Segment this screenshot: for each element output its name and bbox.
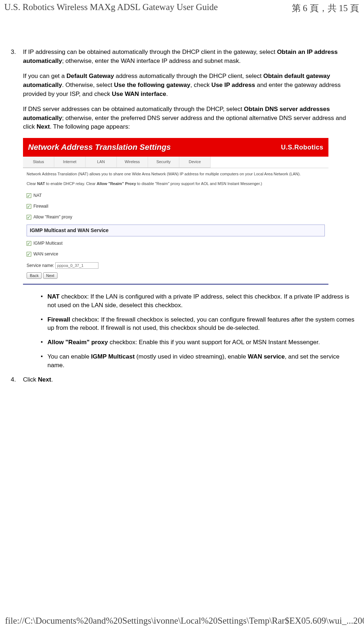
doc-title: U.S. Robotics Wireless MAXg ADSL Gateway… bbox=[4, 2, 218, 14]
checkbox-nat-label: NAT bbox=[33, 193, 42, 198]
bullet-firewall: Firewall checkbox: If the firewall check… bbox=[41, 315, 355, 333]
brand-label: U.S.Robotics bbox=[281, 143, 323, 152]
bullet-igmp-wan: You can enable IGMP Multicast (mostly us… bbox=[41, 352, 355, 370]
bold: NAT bbox=[47, 293, 60, 300]
checkbox-firewall-label: Firewall bbox=[33, 204, 48, 209]
bold: Default Gateway bbox=[66, 73, 114, 79]
service-name-label: Service name: bbox=[27, 263, 54, 268]
checkbox-igmp[interactable] bbox=[27, 241, 31, 246]
bold: Use the following gateway bbox=[114, 82, 190, 88]
nat-settings-screenshot: Network Address Translation Settings U.S… bbox=[23, 138, 328, 285]
text: . bbox=[51, 376, 53, 383]
tab-security[interactable]: Security bbox=[148, 157, 179, 168]
igmp-section-header: IGMP Multicast and WAN Service bbox=[27, 225, 325, 236]
tab-device[interactable]: Device bbox=[179, 157, 211, 168]
checkbox-igmp-label: IGMP Multicast bbox=[33, 241, 63, 246]
service-name-input[interactable] bbox=[55, 262, 98, 269]
tab-lan[interactable]: LAN bbox=[86, 157, 117, 168]
checkbox-reaim[interactable] bbox=[27, 215, 31, 220]
text: If you can get a bbox=[23, 73, 66, 79]
tab-status[interactable]: Status bbox=[23, 157, 54, 168]
bullet-reaim: Allow "Reaim" proxy checkbox: Enable thi… bbox=[41, 338, 355, 347]
next-button[interactable]: Next bbox=[43, 272, 58, 279]
checkbox-wan[interactable] bbox=[27, 252, 31, 257]
text: . bbox=[166, 91, 168, 97]
text: . The following page appears: bbox=[50, 123, 130, 130]
nat-title: Network Address Translation Settings bbox=[28, 142, 171, 153]
bold: WAN service bbox=[248, 353, 285, 360]
bold: Use WAN interface bbox=[112, 91, 166, 97]
text: You can enable bbox=[47, 353, 91, 360]
nat-desc-2: Clear NAT to enable DHCP relay. Clear Al… bbox=[27, 181, 325, 187]
bold: NAT bbox=[37, 181, 45, 186]
bold: Next bbox=[38, 376, 51, 383]
tab-internet[interactable]: Internet bbox=[54, 157, 86, 168]
text: to disable "Reaim" proxy support for AOL… bbox=[136, 181, 262, 186]
bullet-nat: NAT checkbox: If the LAN is configured w… bbox=[41, 292, 355, 310]
checkbox-firewall[interactable] bbox=[27, 204, 31, 209]
step-4: 4. Click Next. bbox=[23, 375, 355, 384]
page-indicator: 第 6 頁，共 15 頁 bbox=[292, 2, 359, 14]
tab-wireless[interactable]: Wireless bbox=[117, 157, 148, 168]
checkbox-reaim-label: Allow "Reaim" proxy bbox=[33, 214, 72, 220]
footer-path: file://C:\Documents%20and%20Settings\ivo… bbox=[5, 616, 353, 626]
text: checkbox: If the LAN is configured with … bbox=[47, 293, 349, 309]
nav-tabs: Status Internet LAN Wireless Security De… bbox=[23, 157, 328, 168]
text: If DNS server addresses can be obtained … bbox=[23, 106, 244, 112]
bold: Firewall bbox=[47, 316, 70, 323]
bold: Use IP address bbox=[211, 82, 255, 88]
text: address automatically through the DHCP c… bbox=[114, 73, 263, 79]
text: ; otherwise, enter the WAN interface IP … bbox=[62, 57, 241, 64]
step-num-4: 4. bbox=[11, 375, 16, 384]
step-3: 3. If IP addressing can be obtained auto… bbox=[23, 48, 355, 370]
checkbox-nat[interactable] bbox=[27, 193, 31, 198]
bold: Allow "Reaim" Proxy bbox=[97, 181, 136, 186]
text: . Otherwise, select bbox=[62, 82, 114, 88]
bold: Allow "Reaim" proxy bbox=[47, 339, 108, 346]
text: to enable DHCP relay. Clear bbox=[45, 181, 97, 186]
text: (mostly used in video streaming), enable bbox=[135, 353, 248, 360]
text: If IP addressing can be obtained automat… bbox=[23, 49, 277, 55]
step-num-3: 3. bbox=[11, 48, 16, 57]
text: checkbox: If the firewall checkbox is se… bbox=[47, 316, 354, 332]
text: checkbox: Enable this if you want suppor… bbox=[108, 339, 320, 346]
back-button[interactable]: Back bbox=[27, 272, 42, 279]
text: Click bbox=[23, 376, 38, 383]
checkbox-wan-label: WAN service bbox=[33, 251, 58, 257]
nat-header: Network Address Translation Settings U.S… bbox=[23, 138, 328, 157]
nat-desc-1: Network Address Translation (NAT) allows… bbox=[27, 171, 325, 177]
bold: Next bbox=[37, 123, 50, 130]
bold: IGMP Multicast bbox=[91, 353, 135, 360]
text: Clear bbox=[27, 181, 37, 186]
footer-date: 2005/7/4 bbox=[353, 616, 364, 626]
text: , check bbox=[190, 82, 212, 88]
